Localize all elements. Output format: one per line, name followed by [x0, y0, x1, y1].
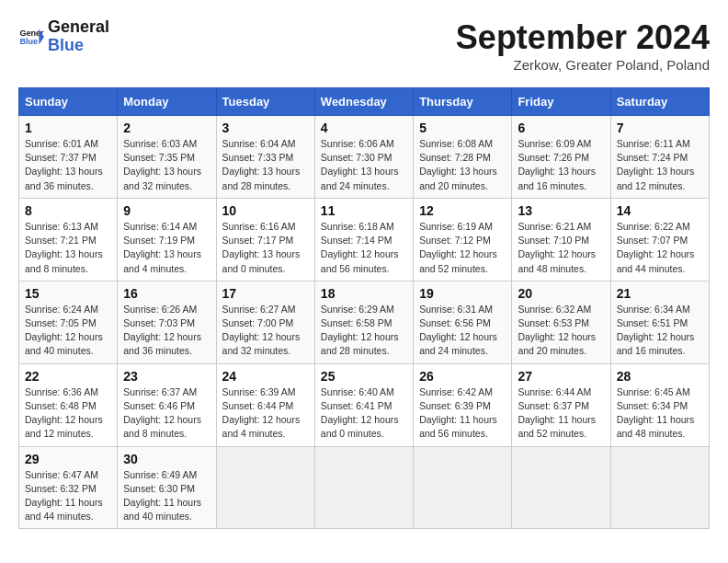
calendar-cell: 2Sunrise: 6:03 AM Sunset: 7:35 PM Daylig… — [118, 116, 216, 199]
calendar-table: SundayMondayTuesdayWednesdayThursdayFrid… — [18, 87, 710, 529]
calendar-week-row: 15Sunrise: 6:24 AM Sunset: 7:05 PM Dayli… — [19, 281, 710, 363]
weekday-header-saturday: Saturday — [610, 88, 709, 116]
day-number: 4 — [321, 121, 407, 135]
day-info: Sunrise: 6:26 AM Sunset: 7:03 PM Dayligh… — [123, 303, 210, 359]
day-number: 25 — [321, 369, 407, 384]
calendar-cell — [216, 446, 314, 529]
day-info: Sunrise: 6:37 AM Sunset: 6:46 PM Dayligh… — [123, 385, 210, 442]
location-subtitle: Zerkow, Greater Poland, Poland — [456, 57, 710, 73]
calendar-cell: 18Sunrise: 6:29 AM Sunset: 6:58 PM Dayli… — [314, 281, 413, 363]
calendar-cell: 10Sunrise: 6:16 AM Sunset: 7:17 PM Dayli… — [216, 198, 314, 281]
day-info: Sunrise: 6:39 AM Sunset: 6:44 PM Dayligh… — [222, 385, 309, 442]
calendar-cell: 22Sunrise: 6:36 AM Sunset: 6:48 PM Dayli… — [19, 363, 118, 446]
logo-line2: Blue — [48, 37, 109, 55]
weekday-header-thursday: Thursday — [414, 88, 512, 116]
logo-icon: General Blue — [18, 24, 44, 50]
day-info: Sunrise: 6:29 AM Sunset: 6:58 PM Dayligh… — [321, 303, 407, 359]
day-number: 5 — [419, 121, 506, 135]
day-info: Sunrise: 6:06 AM Sunset: 7:30 PM Dayligh… — [321, 137, 407, 193]
day-number: 24 — [222, 369, 309, 384]
day-number: 1 — [25, 121, 111, 135]
day-number: 17 — [222, 286, 309, 301]
weekday-header-friday: Friday — [512, 88, 610, 116]
logo: General Blue General Blue — [18, 18, 109, 55]
calendar-cell: 23Sunrise: 6:37 AM Sunset: 6:46 PM Dayli… — [118, 363, 216, 446]
day-info: Sunrise: 6:18 AM Sunset: 7:14 PM Dayligh… — [321, 220, 407, 276]
month-title: September 2024 — [456, 18, 710, 57]
calendar-cell: 24Sunrise: 6:39 AM Sunset: 6:44 PM Dayli… — [216, 363, 314, 446]
day-number: 8 — [25, 203, 111, 218]
calendar-cell — [314, 446, 413, 529]
day-info: Sunrise: 6:34 AM Sunset: 6:51 PM Dayligh… — [617, 303, 703, 359]
calendar-cell: 9Sunrise: 6:14 AM Sunset: 7:19 PM Daylig… — [118, 198, 216, 281]
day-info: Sunrise: 6:49 AM Sunset: 6:30 PM Dayligh… — [123, 468, 210, 524]
day-number: 15 — [25, 286, 111, 301]
day-info: Sunrise: 6:32 AM Sunset: 6:53 PM Dayligh… — [518, 303, 604, 359]
day-info: Sunrise: 6:31 AM Sunset: 6:56 PM Dayligh… — [419, 303, 506, 359]
day-number: 27 — [518, 369, 604, 384]
day-number: 19 — [419, 286, 506, 301]
calendar-cell: 16Sunrise: 6:26 AM Sunset: 7:03 PM Dayli… — [118, 281, 216, 363]
day-number: 16 — [123, 286, 210, 301]
calendar-cell: 7Sunrise: 6:11 AM Sunset: 7:24 PM Daylig… — [610, 116, 709, 199]
day-info: Sunrise: 6:36 AM Sunset: 6:48 PM Dayligh… — [25, 385, 111, 442]
day-number: 21 — [617, 286, 703, 301]
calendar-cell — [512, 446, 610, 529]
title-block: September 2024 Zerkow, Greater Poland, P… — [456, 18, 710, 73]
day-number: 30 — [123, 452, 210, 466]
day-number: 12 — [419, 203, 506, 218]
day-info: Sunrise: 6:03 AM Sunset: 7:35 PM Dayligh… — [123, 137, 210, 193]
day-info: Sunrise: 6:01 AM Sunset: 7:37 PM Dayligh… — [25, 137, 111, 193]
calendar-cell: 26Sunrise: 6:42 AM Sunset: 6:39 PM Dayli… — [414, 363, 512, 446]
calendar-cell — [414, 446, 512, 529]
day-info: Sunrise: 6:21 AM Sunset: 7:10 PM Dayligh… — [518, 220, 604, 276]
weekday-header-sunday: Sunday — [19, 88, 118, 116]
calendar-cell: 25Sunrise: 6:40 AM Sunset: 6:41 PM Dayli… — [314, 363, 413, 446]
day-number: 11 — [321, 203, 407, 218]
calendar-cell: 28Sunrise: 6:45 AM Sunset: 6:34 PM Dayli… — [610, 363, 709, 446]
day-number: 22 — [25, 369, 111, 384]
calendar-week-row: 22Sunrise: 6:36 AM Sunset: 6:48 PM Dayli… — [19, 363, 710, 446]
calendar-cell: 20Sunrise: 6:32 AM Sunset: 6:53 PM Dayli… — [512, 281, 610, 363]
day-info: Sunrise: 6:45 AM Sunset: 6:34 PM Dayligh… — [617, 385, 703, 442]
day-number: 14 — [617, 203, 703, 218]
calendar-cell: 6Sunrise: 6:09 AM Sunset: 7:26 PM Daylig… — [512, 116, 610, 199]
calendar-cell: 11Sunrise: 6:18 AM Sunset: 7:14 PM Dayli… — [314, 198, 413, 281]
day-number: 3 — [222, 121, 309, 135]
day-info: Sunrise: 6:13 AM Sunset: 7:21 PM Dayligh… — [25, 220, 111, 276]
logo-line1: General — [48, 18, 109, 37]
day-number: 9 — [123, 203, 210, 218]
day-number: 26 — [419, 369, 506, 384]
calendar-cell: 4Sunrise: 6:06 AM Sunset: 7:30 PM Daylig… — [314, 116, 413, 199]
weekday-header-monday: Monday — [118, 88, 216, 116]
day-number: 13 — [518, 203, 604, 218]
day-info: Sunrise: 6:27 AM Sunset: 7:00 PM Dayligh… — [222, 303, 309, 359]
day-info: Sunrise: 6:42 AM Sunset: 6:39 PM Dayligh… — [419, 385, 506, 442]
day-info: Sunrise: 6:44 AM Sunset: 6:37 PM Dayligh… — [518, 385, 604, 442]
day-number: 2 — [123, 121, 210, 135]
calendar-cell: 5Sunrise: 6:08 AM Sunset: 7:28 PM Daylig… — [414, 116, 512, 199]
day-info: Sunrise: 6:47 AM Sunset: 6:32 PM Dayligh… — [25, 468, 111, 524]
calendar-week-row: 1Sunrise: 6:01 AM Sunset: 7:37 PM Daylig… — [19, 116, 710, 199]
calendar-cell: 29Sunrise: 6:47 AM Sunset: 6:32 PM Dayli… — [19, 446, 118, 529]
calendar-week-row: 8Sunrise: 6:13 AM Sunset: 7:21 PM Daylig… — [19, 198, 710, 281]
day-info: Sunrise: 6:09 AM Sunset: 7:26 PM Dayligh… — [518, 137, 604, 193]
page-header: General Blue General Blue September 2024… — [18, 18, 710, 73]
calendar-cell: 14Sunrise: 6:22 AM Sunset: 7:07 PM Dayli… — [610, 198, 709, 281]
day-info: Sunrise: 6:11 AM Sunset: 7:24 PM Dayligh… — [617, 137, 703, 193]
calendar-cell — [610, 446, 709, 529]
day-number: 7 — [617, 121, 703, 135]
day-number: 18 — [321, 286, 407, 301]
day-info: Sunrise: 6:22 AM Sunset: 7:07 PM Dayligh… — [617, 220, 703, 276]
day-info: Sunrise: 6:40 AM Sunset: 6:41 PM Dayligh… — [321, 385, 407, 442]
calendar-cell: 13Sunrise: 6:21 AM Sunset: 7:10 PM Dayli… — [512, 198, 610, 281]
calendar-cell: 15Sunrise: 6:24 AM Sunset: 7:05 PM Dayli… — [19, 281, 118, 363]
day-number: 20 — [518, 286, 604, 301]
day-info: Sunrise: 6:19 AM Sunset: 7:12 PM Dayligh… — [419, 220, 506, 276]
day-number: 23 — [123, 369, 210, 384]
day-info: Sunrise: 6:08 AM Sunset: 7:28 PM Dayligh… — [419, 137, 506, 193]
day-info: Sunrise: 6:24 AM Sunset: 7:05 PM Dayligh… — [25, 303, 111, 359]
calendar-cell: 27Sunrise: 6:44 AM Sunset: 6:37 PM Dayli… — [512, 363, 610, 446]
calendar-cell: 12Sunrise: 6:19 AM Sunset: 7:12 PM Dayli… — [414, 198, 512, 281]
calendar-cell: 19Sunrise: 6:31 AM Sunset: 6:56 PM Dayli… — [414, 281, 512, 363]
